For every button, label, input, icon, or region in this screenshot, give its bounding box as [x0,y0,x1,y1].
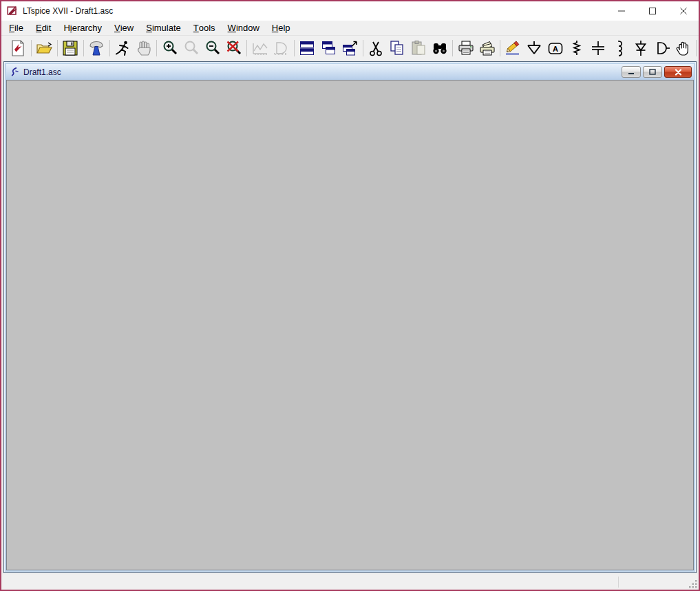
resize-grip[interactable] [688,577,699,590]
component-icon [653,39,671,57]
plot-settings-icon [272,39,290,57]
toolbar-separator [31,40,32,56]
label-net-glyph: A [553,44,558,52]
close-button[interactable] [668,1,699,21]
menu-window[interactable]: Window [222,21,266,35]
wire-icon [504,39,522,57]
menu-edit[interactable]: Edit [30,21,57,35]
print-icon [457,39,475,57]
tile-vertically-button[interactable] [318,37,339,58]
cascade-windows-icon [341,39,359,57]
cascade-windows-button[interactable] [339,37,361,58]
tile-vertically-icon [319,39,337,57]
toolbar-separator [109,40,110,56]
diode-button[interactable] [630,37,651,58]
tile-horizontally-icon [298,39,316,57]
paste-icon [410,39,427,57]
statusbar-pane-separator [618,577,619,588]
find-button[interactable] [429,37,450,58]
ground-icon [525,39,543,57]
schematic-minimize-icon [628,69,635,75]
paste-button[interactable] [407,37,429,58]
plot-settings-button[interactable] [271,37,292,58]
toolbar-separator [363,40,363,56]
open-file-icon [35,39,53,57]
toolbar-separator [156,40,157,56]
menu-tools[interactable]: Tools [187,21,222,35]
maximize-button[interactable] [637,1,668,21]
new-schematic-button[interactable] [8,37,29,58]
menu-hierarchy[interactable]: Hierarchy [57,21,108,35]
titlebar[interactable]: LTspice XVII - Draft1.asc [1,1,699,21]
run-icon [114,39,131,57]
close-icon [679,7,688,15]
capacitor-icon [589,39,607,57]
statusbar [1,574,699,590]
toolbar-separator [246,40,247,56]
window-title: LTspice XVII - Draft1.asc [23,6,113,16]
menu-simulate[interactable]: Simulate [140,21,187,35]
toolbar-separator [452,40,453,56]
cut-button[interactable] [365,37,387,58]
toolbar: A [1,36,699,60]
schematic-close-button[interactable] [664,66,692,78]
schematic-maximize-icon [649,69,656,75]
schematic-title: Draft1.asc [23,67,61,77]
minimize-icon [617,7,626,15]
print-preview-icon [478,39,496,57]
toolbar-separator [500,40,500,56]
cut-icon [367,39,385,57]
inductor-button[interactable] [609,37,630,58]
schematic-close-icon [675,69,682,76]
zoom-out-icon [204,39,222,57]
schematic-doc-icon [9,67,19,77]
label-net-icon: A [547,39,564,57]
menu-file[interactable]: File [3,21,30,35]
resistor-icon [568,39,586,57]
label-net-button[interactable]: A [545,37,566,58]
menu-view[interactable]: View [108,21,140,35]
inductor-icon [611,39,628,57]
toolbar-separator [83,40,84,56]
wire-button[interactable] [502,37,524,58]
save-icon [61,39,79,57]
zoom-full-extents-icon [225,39,243,57]
schematic-minimize-button[interactable] [622,66,641,78]
schematic-maximize-button[interactable] [643,66,662,78]
menubar: File Edit Hierarchy View Simulate Tools … [1,21,699,36]
copy-button[interactable] [387,37,408,58]
minimize-button[interactable] [606,1,637,21]
zoom-full-extents-button[interactable] [223,37,244,58]
schematic-window: Draft1.asc [3,61,697,573]
toolbar-separator [294,40,295,56]
print-button[interactable] [455,37,476,58]
toolbar-separator [696,40,697,56]
copy-icon [388,39,406,57]
zoom-back-button[interactable] [180,37,202,58]
zoom-in-icon [161,39,179,57]
print-preview-button[interactable] [476,37,498,58]
component-button[interactable] [651,37,672,58]
autorange-y-button[interactable] [249,37,271,58]
autorange-y-icon [251,39,269,57]
save-button[interactable] [60,37,81,58]
schematic-titlebar[interactable]: Draft1.asc [6,64,694,80]
new-schematic-icon [9,39,27,57]
ground-button[interactable] [524,37,545,58]
toolbar-separator [57,40,58,56]
tile-horizontally-button[interactable] [297,37,318,58]
open-file-button[interactable] [34,37,55,58]
zoom-in-button[interactable] [159,37,180,58]
mdi-client-area: Draft1.asc [1,60,699,574]
schematic-canvas[interactable] [6,80,694,570]
halt-button[interactable] [134,37,155,58]
resistor-button[interactable] [566,37,588,58]
zoom-out-button[interactable] [202,37,223,58]
control-panel-button[interactable] [86,37,107,58]
capacitor-button[interactable] [588,37,609,58]
move-icon [675,39,692,57]
run-button[interactable] [112,37,134,58]
menu-help[interactable]: Help [266,21,297,35]
zoom-back-icon [182,39,200,57]
move-button[interactable] [672,37,694,58]
